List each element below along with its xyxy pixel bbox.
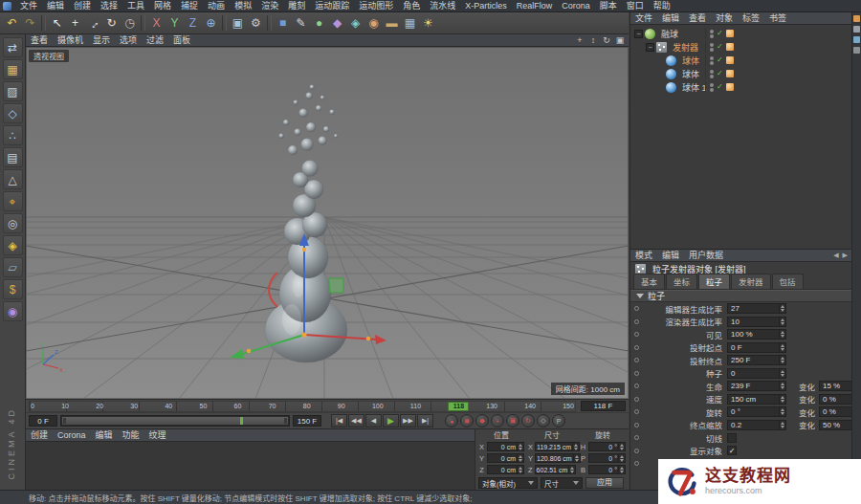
main-menu-item[interactable]: 脚本 (595, 0, 622, 12)
dock-layers-icon[interactable] (853, 36, 860, 43)
viewport-menu-item[interactable]: 面板 (168, 34, 195, 47)
pan-view-icon[interactable]: + (573, 35, 586, 45)
spinner[interactable] (779, 343, 785, 352)
record-parameter-button[interactable]: ◇ (537, 414, 550, 427)
dock-content-browser-icon[interactable] (853, 15, 860, 22)
main-menu-item[interactable]: 选择 (96, 0, 122, 12)
object-tree-item[interactable]: 球体 ✓ (630, 54, 851, 67)
spinner[interactable] (779, 330, 785, 339)
add-camera-icon[interactable]: ▦ (401, 14, 419, 33)
spinner[interactable] (779, 318, 785, 326)
object-tree-item[interactable]: − 发射器 ✓ (630, 40, 851, 54)
visibility-toggles[interactable] (710, 83, 714, 92)
attribute-value-field[interactable]: 0.2 (727, 420, 786, 430)
attribute-value-field[interactable]: 100 % (727, 329, 786, 340)
enable-axis-icon[interactable]: ⌖ (3, 191, 23, 211)
dock-snapshot-icon[interactable] (853, 47, 860, 54)
spinner[interactable] (779, 356, 785, 364)
rotation-field[interactable]: 0 ° (588, 465, 626, 474)
enabled-check-icon[interactable]: ✓ (717, 70, 723, 77)
texture-mode-icon[interactable]: ▨ (3, 81, 23, 101)
attribute-value-field[interactable]: 150 cm (727, 394, 786, 405)
previous-key-button[interactable]: ◀◀ (348, 414, 364, 427)
separator[interactable] (222, 15, 227, 31)
rotation-field[interactable]: 0 ° (588, 442, 626, 451)
object-manager-menu-item[interactable]: 书签 (764, 12, 791, 25)
attribute-menu-item[interactable]: 模式 (630, 250, 657, 262)
live-selection-icon[interactable]: ↖ (48, 14, 66, 33)
lock-z-icon[interactable]: Z (184, 14, 202, 33)
main-menu-item[interactable]: 网格 (149, 0, 176, 12)
enabled-check-icon[interactable]: ✓ (717, 30, 723, 37)
spinner[interactable] (568, 466, 575, 473)
attribute-tab[interactable]: 基本 (633, 274, 665, 289)
object-tree-item[interactable]: − 融球 ✓ (630, 27, 851, 40)
play-button[interactable]: ▶ (383, 414, 399, 427)
spinner[interactable] (573, 454, 580, 462)
main-menu-item[interactable]: 雕刻 (283, 0, 310, 12)
record-position-button[interactable]: + (491, 414, 504, 427)
attribute-tab[interactable]: 坐标 (666, 274, 697, 289)
main-menu-item[interactable]: 编辑 (42, 0, 69, 12)
tag-icon[interactable] (726, 56, 734, 64)
previous-frame-button[interactable]: ◀ (365, 414, 382, 427)
viewport-solo-icon[interactable]: ◎ (3, 213, 23, 233)
polygons-mode-icon[interactable]: △ (3, 169, 23, 189)
render-settings-icon[interactable]: ⚙ (247, 14, 265, 33)
tag-icon[interactable] (726, 70, 734, 77)
rotate-view-icon[interactable]: ↻ (600, 35, 613, 45)
lock-x-icon[interactable]: X (147, 14, 166, 33)
position-field[interactable]: 0 cm (487, 453, 524, 463)
object-label[interactable]: 发射器 (670, 41, 701, 54)
main-menu-item[interactable]: 创建 (69, 0, 96, 12)
spinner[interactable] (517, 466, 523, 473)
main-menu-item[interactable]: 角色 (398, 0, 425, 12)
tag-icon[interactable] (726, 30, 734, 37)
viewport-menu-item[interactable]: 查看 (26, 34, 53, 47)
spinner[interactable] (618, 466, 625, 473)
keyframe-dot-icon[interactable] (634, 371, 639, 376)
main-menu-item[interactable]: 渲染 (256, 0, 283, 12)
spinner[interactable] (517, 443, 523, 450)
enable-snap-icon[interactable]: ◈ (3, 235, 23, 255)
spinner[interactable] (618, 454, 625, 462)
viewport-menu-item[interactable]: 显示 (88, 34, 115, 47)
main-menu-item[interactable]: 流水线 (425, 0, 460, 12)
add-deformer-icon[interactable]: ◆ (328, 14, 346, 33)
main-menu-item[interactable]: 帮助 (649, 0, 675, 12)
separator[interactable] (41, 15, 46, 31)
rotation-field[interactable]: 0 ° (588, 453, 626, 463)
object-label[interactable]: 融球 (658, 28, 681, 40)
points-mode-icon[interactable]: ∴ (3, 125, 23, 145)
main-menu-item[interactable]: Corona (557, 0, 595, 12)
expander-icon[interactable]: − (634, 30, 643, 38)
add-floor-icon[interactable]: ▬ (383, 14, 401, 33)
range-start-field[interactable]: 0 F (29, 415, 57, 427)
object-manager-menu-item[interactable]: 查看 (684, 12, 711, 25)
object-label[interactable]: 球体 (679, 68, 702, 80)
attribute-menu-item[interactable]: 用户数据 (684, 250, 728, 262)
goto-end-button[interactable]: ▶| (417, 414, 433, 427)
keyframe-dot-icon[interactable] (634, 383, 639, 388)
size-field[interactable]: 119.215 cm (535, 442, 580, 451)
main-menu-item[interactable]: 捕捉 (176, 0, 203, 12)
attribute-tab[interactable]: 包括 (772, 274, 804, 289)
attribute-value-field[interactable]: 0 (727, 368, 786, 379)
viewport-canvas[interactable]: Y X Z 透视视图 网格间距: 1000 cm (26, 47, 629, 399)
enabled-check-icon[interactable]: ✓ (717, 43, 723, 51)
main-menu-item[interactable]: 运动图形 (354, 0, 398, 12)
attribute-tab[interactable]: 粒子 (698, 274, 730, 289)
tag-icon[interactable] (726, 83, 734, 91)
range-end-field[interactable]: 150 F (293, 415, 321, 427)
materials-menu-item[interactable]: Corona (53, 429, 91, 442)
keyframe-selection-button[interactable]: ◆ (475, 414, 489, 427)
record-scale-button[interactable]: ▣ (506, 414, 519, 427)
add-mograph-icon[interactable]: ◈ (346, 14, 364, 33)
spinner[interactable] (779, 304, 785, 313)
visibility-toggles[interactable] (710, 30, 714, 38)
attribute-tab[interactable]: 发射器 (731, 274, 771, 289)
keyframe-dot-icon[interactable] (634, 449, 639, 453)
attribute-checkbox[interactable] (727, 433, 737, 443)
materials-menu-item[interactable]: 纹理 (144, 429, 171, 442)
next-frame-button[interactable]: ▶▶ (400, 414, 416, 427)
